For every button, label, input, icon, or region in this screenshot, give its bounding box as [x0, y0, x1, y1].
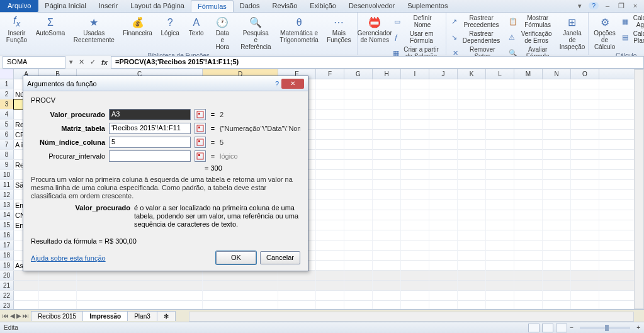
row-header[interactable]: 17 [0, 240, 14, 250]
cell[interactable] [429, 220, 458, 230]
zoom-out-icon[interactable]: − [570, 324, 573, 331]
cell[interactable] [458, 271, 486, 281]
cell[interactable] [571, 200, 599, 210]
cell[interactable] [514, 200, 543, 210]
name-manager-button[interactable]: 📛Gerenciador de Nomes [361, 14, 388, 45]
cell[interactable] [373, 210, 401, 220]
cell[interactable] [316, 230, 344, 240]
fx-button-icon[interactable]: fx [98, 59, 111, 66]
row-header[interactable]: 19 [0, 261, 14, 270]
math-button[interactable]: θMatemática e Trigonometria [278, 14, 321, 45]
cell[interactable] [571, 251, 599, 261]
cell[interactable] [373, 281, 401, 291]
cell[interactable] [344, 150, 373, 160]
cell[interactable] [458, 230, 486, 240]
cell[interactable] [344, 251, 373, 261]
col-header-O[interactable]: O [571, 69, 599, 79]
cell[interactable] [458, 99, 486, 110]
cell[interactable] [458, 190, 486, 200]
ribbon-min-icon[interactable]: ▾ [575, 2, 585, 10]
cell[interactable] [571, 150, 599, 160]
cell[interactable] [14, 271, 39, 281]
cell[interactable] [401, 261, 429, 271]
view-pagebreak-button[interactable] [556, 324, 567, 332]
cell[interactable] [486, 190, 514, 200]
cell[interactable] [486, 140, 514, 150]
cell[interactable] [401, 291, 429, 301]
cell[interactable] [486, 160, 514, 170]
cell[interactable] [486, 291, 514, 301]
cell[interactable] [429, 120, 458, 130]
cell[interactable] [373, 291, 401, 301]
cell[interactable] [401, 281, 429, 291]
cell[interactable] [486, 281, 514, 291]
cell[interactable] [543, 120, 571, 130]
cell[interactable] [458, 240, 486, 251]
cell[interactable] [486, 180, 514, 190]
watch-window-button[interactable]: ⊞Janela de Inspeção [560, 14, 584, 52]
tab-formulas[interactable]: Fórmulas [191, 0, 234, 12]
trace-precedents-button[interactable]: ↗Rastrear Precedentes [450, 14, 504, 29]
cancel-formula-icon[interactable]: ✕ [76, 58, 87, 66]
sheet-nav-prev-icon[interactable]: ◀ [10, 312, 15, 319]
cell[interactable] [77, 281, 203, 291]
cell[interactable] [344, 281, 373, 291]
cell[interactable] [401, 150, 429, 160]
autosum-button[interactable]: ΣAutoSoma [33, 14, 67, 38]
cell[interactable] [486, 210, 514, 220]
cell[interactable] [316, 120, 344, 130]
cell[interactable] [401, 230, 429, 240]
new-sheet-button[interactable]: ✻ [157, 311, 176, 321]
cell[interactable] [373, 170, 401, 180]
arg-proc-input[interactable] [109, 150, 191, 162]
cell[interactable] [571, 261, 599, 271]
cell[interactable] [429, 130, 458, 140]
cell[interactable] [316, 190, 344, 200]
cell[interactable] [401, 160, 429, 170]
cell[interactable] [401, 170, 429, 180]
cell[interactable] [344, 120, 373, 130]
arg-matriz-input[interactable]: 'Recibos 2015'!A1:F11 [109, 123, 191, 134]
row-header[interactable]: 15 [0, 220, 14, 230]
cell[interactable] [486, 220, 514, 230]
cell[interactable] [316, 99, 344, 110]
col-header-I[interactable]: I [401, 69, 429, 79]
row-header[interactable]: 21 [0, 281, 14, 290]
cell[interactable] [401, 110, 429, 120]
cell[interactable] [344, 261, 373, 271]
cell[interactable] [429, 230, 458, 240]
cell[interactable] [571, 120, 599, 130]
cell[interactable] [458, 89, 486, 99]
cell[interactable] [401, 251, 429, 261]
cell[interactable] [514, 160, 543, 170]
cell[interactable] [429, 79, 458, 89]
arg-matriz-ref-button[interactable] [195, 123, 206, 134]
cell[interactable] [486, 130, 514, 140]
row-header[interactable]: 16 [0, 230, 14, 240]
row-header[interactable]: 14 [0, 210, 14, 220]
cell[interactable] [486, 261, 514, 271]
cell[interactable] [514, 210, 543, 220]
cell[interactable] [373, 140, 401, 150]
cell[interactable] [373, 271, 401, 281]
cell[interactable] [571, 281, 599, 291]
lookup-button[interactable]: 🔍Pesquisa e Referência [238, 14, 274, 52]
cell[interactable] [514, 220, 543, 230]
select-all-corner[interactable] [0, 69, 14, 79]
cell[interactable] [458, 170, 486, 180]
cell[interactable] [543, 220, 571, 230]
cell[interactable] [316, 281, 344, 291]
cell[interactable] [429, 89, 458, 99]
cell[interactable] [344, 160, 373, 170]
row-header[interactable]: 4 [0, 110, 14, 119]
cell[interactable] [373, 89, 401, 99]
cell[interactable] [373, 110, 401, 120]
cell[interactable] [203, 281, 278, 291]
cell[interactable] [39, 271, 77, 281]
cell[interactable] [429, 110, 458, 120]
cell[interactable] [543, 130, 571, 140]
cell[interactable] [571, 210, 599, 220]
cell[interactable] [486, 150, 514, 160]
cell[interactable] [373, 190, 401, 200]
cancel-button[interactable]: Cancelar [260, 251, 300, 264]
